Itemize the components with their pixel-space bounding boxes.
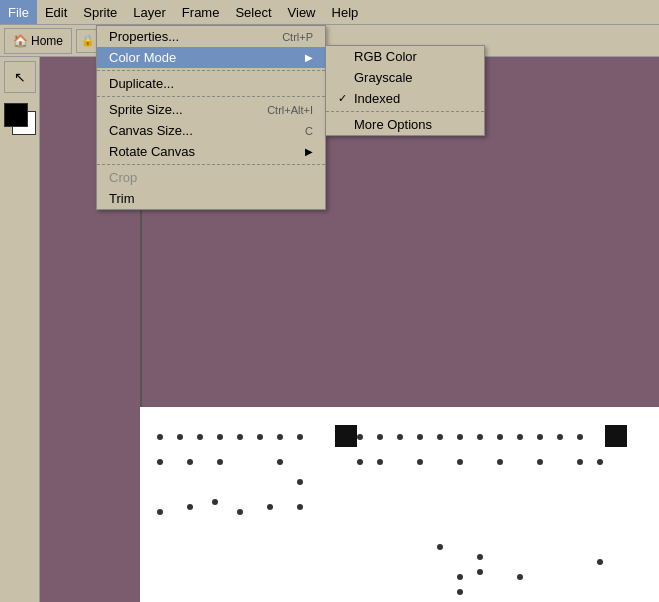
menu-file[interactable]: File [0, 0, 37, 24]
svg-point-33 [597, 459, 603, 465]
home-button[interactable]: 🏠 Home [4, 28, 72, 54]
svg-point-37 [212, 499, 218, 505]
menu-properties[interactable]: Properties... Ctrl+P [97, 26, 325, 47]
svg-point-12 [417, 434, 423, 440]
svg-point-3 [217, 434, 223, 440]
divider-3 [97, 164, 325, 165]
submenu-rgb[interactable]: RGB Color [326, 46, 484, 67]
menu-layer[interactable]: Layer [125, 0, 174, 24]
home-label: Home [31, 34, 63, 48]
trim-label: Trim [109, 191, 135, 206]
submenu-divider [326, 111, 484, 112]
svg-point-24 [217, 459, 223, 465]
svg-point-35 [157, 509, 163, 515]
svg-point-22 [157, 459, 163, 465]
divider-2 [97, 96, 325, 97]
sidebar: ↖ [0, 57, 40, 602]
svg-point-20 [577, 434, 583, 440]
rotate-canvas-label: Rotate Canvas [109, 144, 195, 159]
sprite-size-shortcut: Ctrl+Alt+I [267, 104, 313, 116]
menu-crop: Crop [97, 167, 325, 188]
svg-point-9 [357, 434, 363, 440]
svg-point-6 [277, 434, 283, 440]
tool-arrow[interactable]: ↖ [4, 61, 36, 93]
lock-icon: 🔒 [81, 34, 95, 47]
svg-point-0 [157, 434, 163, 440]
svg-point-19 [557, 434, 563, 440]
menu-select[interactable]: Select [227, 0, 279, 24]
color-preview[interactable] [4, 103, 36, 135]
svg-point-36 [187, 504, 193, 510]
svg-point-17 [517, 434, 523, 440]
arrow-tool-icon: ↖ [14, 69, 26, 85]
submenu-grayscale[interactable]: Grayscale [326, 67, 484, 88]
menu-duplicate[interactable]: Duplicate... [97, 73, 325, 94]
svg-point-23 [187, 459, 193, 465]
menu-color-mode[interactable]: Color Mode ▶ [97, 47, 325, 68]
svg-point-2 [197, 434, 203, 440]
svg-point-43 [457, 574, 463, 580]
svg-point-26 [357, 459, 363, 465]
svg-point-1 [177, 434, 183, 440]
menu-help[interactable]: Help [324, 0, 367, 24]
sprite-size-label: Sprite Size... [109, 102, 183, 117]
grayscale-label: Grayscale [354, 70, 413, 85]
svg-point-14 [457, 434, 463, 440]
svg-point-46 [517, 574, 523, 580]
duplicate-label: Duplicate... [109, 76, 174, 91]
menu-frame[interactable]: Frame [174, 0, 228, 24]
svg-point-25 [277, 459, 283, 465]
svg-point-4 [237, 434, 243, 440]
svg-point-41 [437, 544, 443, 550]
menu-sprite-size[interactable]: Sprite Size... Ctrl+Alt+I [97, 99, 325, 120]
submenu-indexed[interactable]: ✓ Indexed [326, 88, 484, 109]
home-icon: 🏠 [13, 34, 28, 48]
svg-point-5 [257, 434, 263, 440]
svg-point-34 [297, 479, 303, 485]
svg-point-29 [457, 459, 463, 465]
color-mode-label: Color Mode [109, 50, 176, 65]
svg-point-39 [267, 504, 273, 510]
indexed-label: Indexed [354, 91, 400, 106]
menu-trim[interactable]: Trim [97, 188, 325, 209]
svg-point-31 [537, 459, 543, 465]
crop-label: Crop [109, 170, 137, 185]
svg-point-16 [497, 434, 503, 440]
rgb-label: RGB Color [354, 49, 417, 64]
submenu-more-options[interactable]: More Options [326, 114, 484, 135]
more-options-label: More Options [354, 117, 432, 132]
svg-point-45 [477, 569, 483, 575]
properties-label: Properties... [109, 29, 179, 44]
svg-point-38 [237, 509, 243, 515]
svg-point-30 [497, 459, 503, 465]
menu-bar: File Edit Sprite Layer Frame Select View… [0, 0, 659, 25]
svg-point-47 [597, 559, 603, 565]
canvas-area[interactable] [140, 407, 659, 602]
canvas-size-label: Canvas Size... [109, 123, 193, 138]
menu-sprite[interactable]: Sprite [75, 0, 125, 24]
menu-edit[interactable]: Edit [37, 0, 75, 24]
canvas-svg [140, 407, 659, 602]
svg-point-11 [397, 434, 403, 440]
svg-point-32 [577, 459, 583, 465]
svg-point-42 [477, 554, 483, 560]
svg-point-13 [437, 434, 443, 440]
rotate-canvas-arrow: ▶ [305, 146, 313, 157]
svg-point-7 [297, 434, 303, 440]
menu-rotate-canvas[interactable]: Rotate Canvas ▶ [97, 141, 325, 162]
svg-point-18 [537, 434, 543, 440]
svg-rect-21 [605, 425, 627, 447]
color-mode-arrow: ▶ [305, 52, 313, 63]
svg-point-15 [477, 434, 483, 440]
svg-point-44 [457, 589, 463, 595]
menu-view[interactable]: View [280, 0, 324, 24]
canvas-size-shortcut: C [305, 125, 313, 137]
svg-point-10 [377, 434, 383, 440]
foreground-color [4, 103, 28, 127]
svg-point-27 [377, 459, 383, 465]
divider-1 [97, 70, 325, 71]
color-mode-submenu: RGB Color Grayscale ✓ Indexed More Optio… [325, 45, 485, 136]
menu-canvas-size[interactable]: Canvas Size... C [97, 120, 325, 141]
properties-shortcut: Ctrl+P [282, 31, 313, 43]
svg-point-40 [297, 504, 303, 510]
